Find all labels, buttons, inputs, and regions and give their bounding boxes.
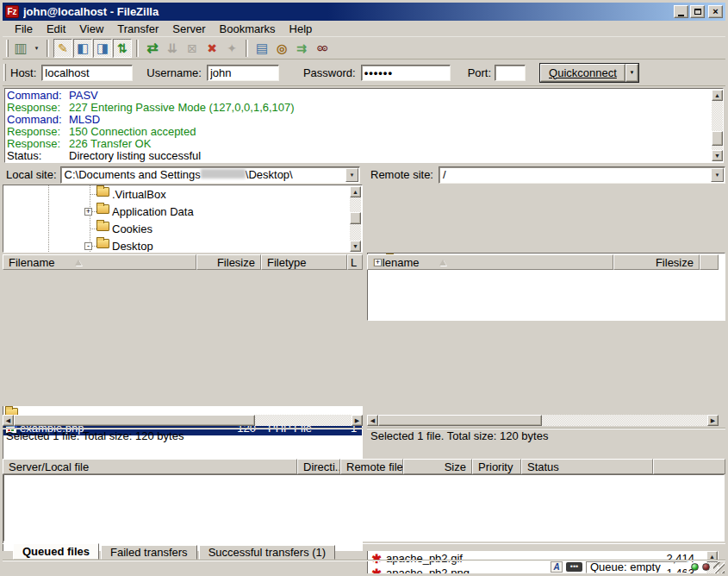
local-list-hscrollbar[interactable]: ◀ ▶ — [3, 415, 363, 426]
menu-transfer[interactable]: Transfer — [110, 21, 165, 37]
menu-help[interactable]: Help — [283, 21, 320, 37]
resize-grip[interactable] — [713, 562, 725, 573]
redacted-username — [201, 169, 246, 178]
refresh-button[interactable] — [143, 39, 162, 58]
tree-expander-icon[interactable] — [84, 208, 92, 216]
tree-item-virtualbox[interactable]: .VirtualBox — [3, 185, 362, 203]
column-header-direction[interactable]: Directi... — [297, 459, 340, 474]
queue-tabs: Queued filesFailed transfersSuccessful t… — [3, 543, 725, 560]
column-header-filename[interactable]: Filename — [3, 254, 196, 270]
cancel-operation-button — [183, 39, 202, 58]
column-header-remote-file[interactable]: Remote file — [340, 459, 403, 474]
tree-expander-icon[interactable] — [374, 259, 382, 266]
tab-queued-files[interactable]: Queued files — [13, 543, 99, 560]
maximize-button[interactable] — [690, 5, 705, 18]
directory-comparison-button[interactable] — [272, 39, 291, 58]
column-header-filesize[interactable]: Filesize — [613, 254, 700, 270]
local-tree-scrollbar[interactable]: ▲ ▼ — [350, 186, 361, 252]
column-header-filetype[interactable]: Filetype — [261, 254, 347, 270]
quickconnect-button[interactable]: Quickconnect — [540, 64, 625, 82]
scroll-left-icon[interactable]: ◀ — [367, 415, 378, 426]
column-header-last-modified[interactable]: L — [347, 254, 363, 270]
tab-failed-transfers[interactable]: Failed transfers — [101, 545, 197, 560]
speed-limits-icon[interactable]: ••• — [566, 562, 582, 572]
log-scrollbar-thumb[interactable] — [712, 131, 723, 146]
process-queue-button — [163, 39, 182, 58]
site-manager-dropdown[interactable] — [31, 39, 42, 58]
remote-site-path: / — [443, 168, 446, 181]
chevron-down-icon: ▼ — [629, 70, 634, 75]
menu-bookmarks[interactable]: Bookmarks — [213, 21, 283, 37]
chevron-down-icon[interactable]: ▼ — [711, 168, 724, 182]
scroll-left-icon[interactable]: ◀ — [3, 415, 14, 426]
disconnect-button[interactable] — [202, 39, 221, 58]
menu-server[interactable]: Server — [165, 21, 212, 37]
column-header-priority[interactable]: Priority — [472, 459, 521, 474]
remote-list-hscrollbar[interactable]: ◀ ▶ — [367, 415, 719, 426]
scroll-down-icon[interactable]: ▼ — [350, 241, 361, 252]
scroll-up-icon[interactable]: ▲ — [712, 90, 723, 101]
log-scrollbar[interactable]: ▲ ▼ — [712, 90, 723, 161]
chevron-down-icon[interactable]: ▼ — [345, 168, 358, 182]
toggle-local-tree-button[interactable] — [73, 39, 92, 58]
remote-site-combo[interactable]: / ▼ — [439, 166, 725, 184]
tree-item-cookies[interactable]: Cookies — [3, 220, 362, 237]
title-bar: Fz john@localhost - FileZilla × — [3, 3, 725, 21]
toolbar-separator — [246, 40, 248, 57]
status-bar: A ••• Queue: empty — [3, 560, 725, 573]
log-line: Command: PASV — [7, 90, 709, 102]
scroll-down-icon[interactable]: ▼ — [712, 150, 723, 161]
username-input[interactable] — [207, 65, 279, 81]
scroll-right-icon[interactable]: ▶ — [352, 415, 363, 426]
close-button[interactable]: × — [708, 5, 723, 18]
password-input[interactable] — [361, 65, 451, 81]
quickconnect-dropdown[interactable]: ▼ — [625, 64, 638, 82]
menu-edit[interactable]: Edit — [40, 21, 72, 37]
host-label: Host: — [10, 66, 36, 79]
minimize-icon — [678, 15, 684, 16]
scroll-up-icon[interactable]: ▲ — [350, 186, 361, 197]
local-tree-scrollbar-thumb[interactable] — [350, 212, 361, 224]
local-site-label: Local site: — [3, 168, 60, 181]
queue-list[interactable] — [3, 474, 725, 542]
find-files-button[interactable] — [312, 39, 331, 58]
minimize-button[interactable] — [674, 5, 688, 18]
port-input[interactable] — [495, 65, 526, 81]
site-manager-button[interactable] — [11, 39, 30, 58]
directory-filters-button[interactable] — [252, 39, 271, 58]
filezilla-app-icon[interactable]: Fz — [5, 5, 19, 18]
port-label: Port: — [468, 66, 491, 79]
column-header-filesize[interactable]: Filesize — [196, 254, 261, 270]
transfer-type-icon[interactable]: A — [551, 561, 563, 573]
local-site-combo[interactable]: C:\Documents and Settings\Desktop\ ▼ — [60, 166, 360, 184]
local-selection-status: Selected 1 file. Total size: 120 bytes — [3, 428, 363, 444]
log-line: Response: 150 Connection accepted — [7, 126, 709, 138]
column-header-status[interactable]: Status — [521, 459, 653, 474]
column-header-server-local-file[interactable]: Server/Local file — [3, 459, 297, 474]
remote-hscrollbar-thumb[interactable] — [378, 415, 542, 426]
password-label: Password: — [303, 66, 356, 79]
menu-view[interactable]: View — [72, 21, 110, 37]
column-header-size[interactable]: Size — [403, 459, 472, 474]
remote-site-label: Remote site: — [367, 168, 439, 181]
menu-file[interactable]: File — [8, 21, 40, 37]
synchronized-browsing-button[interactable] — [292, 39, 311, 58]
folder-icon — [96, 222, 109, 231]
folder-icon — [96, 187, 109, 197]
local-directory-tree: .VirtualBox Application Data Cookies — [3, 185, 363, 253]
tree-item-desktop[interactable]: Desktop — [3, 237, 362, 253]
scroll-right-icon[interactable]: ▶ — [707, 415, 719, 426]
toggle-message-log-button[interactable] — [53, 39, 72, 58]
toolbar-separator — [136, 40, 139, 57]
column-header-filename[interactable]: Filename — [367, 254, 613, 270]
host-input[interactable] — [41, 65, 133, 81]
local-hscrollbar-thumb[interactable] — [14, 415, 255, 426]
menu-bar: FileEditViewTransferServerBookmarksHelp — [3, 21, 725, 37]
toggle-remote-tree-button[interactable] — [93, 39, 112, 58]
reconnect-button — [222, 39, 241, 58]
maximize-icon — [694, 9, 701, 15]
tree-item-application-data[interactable]: Application Data — [3, 203, 362, 220]
tree-expander-icon[interactable] — [84, 242, 92, 250]
toggle-queue-button[interactable] — [113, 39, 132, 58]
tab-successful-transfers[interactable]: Successful transfers (1) — [199, 545, 336, 560]
